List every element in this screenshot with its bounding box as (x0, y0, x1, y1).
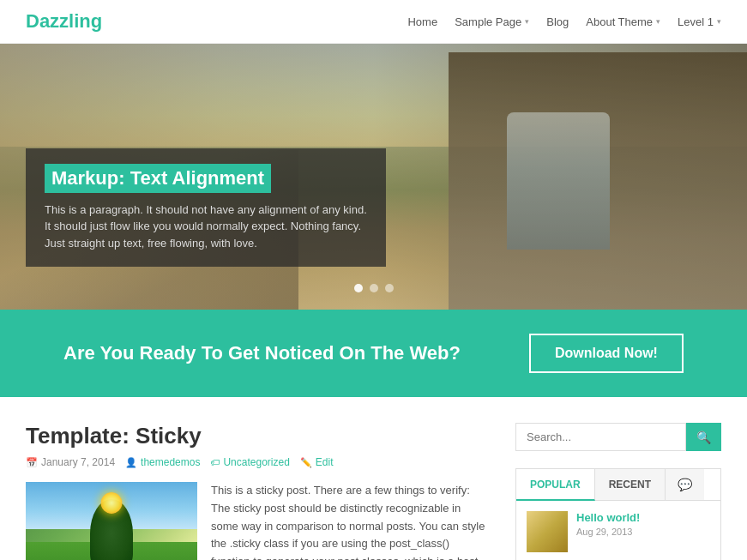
search-input[interactable] (515, 423, 686, 451)
nav-level1-label: Level 1 (678, 15, 714, 28)
post-meta: 📅 January 7, 2014 👤 themedemos 🏷 Uncateg… (26, 456, 490, 468)
site-logo[interactable]: Dazzling (26, 10, 102, 33)
sidebar-post-item: Hello world! Aug 29, 2013 (516, 501, 720, 560)
download-now-button[interactable]: Download Now! (529, 334, 684, 373)
nav-level1[interactable]: Level 1 ▾ (678, 15, 721, 28)
folder-icon: 🏷 (210, 457, 220, 467)
nav-about-theme-label: About Theme (586, 15, 653, 28)
cta-text: Are You Ready To Get Noticed On The Web? (63, 342, 461, 364)
post-author[interactable]: themedemos (141, 456, 200, 468)
chevron-down-icon: ▾ (656, 17, 660, 26)
sidebar-post-date-1: Aug 29, 2013 (576, 527, 710, 537)
nav-blog[interactable]: Blog (546, 15, 569, 28)
hero-slide-title: Markup: Text Alignment (45, 164, 271, 193)
nav-sample-page-label: Sample Page (455, 15, 521, 28)
posts-section: Template: Sticky 📅 January 7, 2014 👤 the… (26, 423, 490, 560)
slider-dot-3[interactable] (385, 284, 394, 292)
chevron-down-icon: ▾ (525, 17, 529, 26)
sidebar: 🔍 POPULAR RECENT 💬 Hello world! Aug 29, … (515, 423, 721, 560)
post-author-meta: 👤 themedemos (125, 456, 200, 468)
hero-text-box: Markup: Text Alignment This is a paragra… (26, 148, 386, 268)
user-icon: 👤 (125, 457, 137, 468)
tabs-header: POPULAR RECENT 💬 (516, 469, 720, 501)
sidebar-post-thumbnail-1 (527, 511, 568, 552)
post-date: January 7, 2014 (41, 456, 115, 468)
main-nav: Home Sample Page ▾ Blog About Theme ▾ Le… (407, 15, 721, 28)
search-box: 🔍 (515, 423, 721, 451)
sidebar-post-info-1: Hello world! Aug 29, 2013 (576, 511, 710, 537)
site-header: Dazzling Home Sample Page ▾ Blog About T… (0, 0, 747, 44)
calendar-icon: 📅 (26, 457, 38, 468)
slider-dots (354, 284, 394, 292)
post-edit-meta: ✏️ Edit (300, 456, 334, 468)
hero-slide-description: This is a paragraph. It should not have … (45, 202, 367, 252)
slider-dot-2[interactable] (370, 284, 378, 292)
nav-home-label: Home (407, 15, 437, 28)
post-excerpt: This is a sticky post. There are a few t… (211, 482, 490, 560)
comment-icon: 💬 (678, 478, 692, 491)
cta-banner: Are You Ready To Get Noticed On The Web?… (0, 310, 747, 397)
tab-recent[interactable]: RECENT (595, 469, 666, 500)
post-title: Template: Sticky (26, 423, 490, 449)
search-button[interactable]: 🔍 (686, 423, 721, 451)
post-category[interactable]: Uncategorized (223, 456, 289, 468)
tab-popular[interactable]: POPULAR (516, 469, 595, 501)
tab-comments[interactable]: 💬 (666, 469, 704, 500)
main-content: Template: Sticky 📅 January 7, 2014 👤 the… (0, 397, 747, 560)
post-thumbnail (26, 482, 197, 560)
post-date-meta: 📅 January 7, 2014 (26, 456, 115, 468)
chevron-down-icon: ▾ (717, 17, 721, 26)
nav-blog-label: Blog (546, 15, 569, 28)
edit-icon: ✏️ (300, 457, 312, 468)
nav-home[interactable]: Home (407, 15, 437, 28)
nav-sample-page[interactable]: Sample Page ▾ (455, 15, 529, 28)
tab-content-popular: Hello world! Aug 29, 2013 Markup: HTML T… (516, 501, 720, 560)
search-icon: 🔍 (696, 431, 711, 444)
slider-dot-1[interactable] (354, 284, 363, 292)
nav-about-theme[interactable]: About Theme ▾ (586, 15, 660, 28)
sidebar-tabs-widget: POPULAR RECENT 💬 Hello world! Aug 29, 20… (515, 468, 721, 560)
hero-slider: Markup: Text Alignment This is a paragra… (0, 44, 747, 310)
post-category-meta: 🏷 Uncategorized (210, 456, 289, 468)
post-edit-link[interactable]: Edit (316, 456, 334, 468)
post-body: This is a sticky post. There are a few t… (26, 482, 490, 560)
sidebar-post-title-1[interactable]: Hello world! (576, 511, 710, 524)
